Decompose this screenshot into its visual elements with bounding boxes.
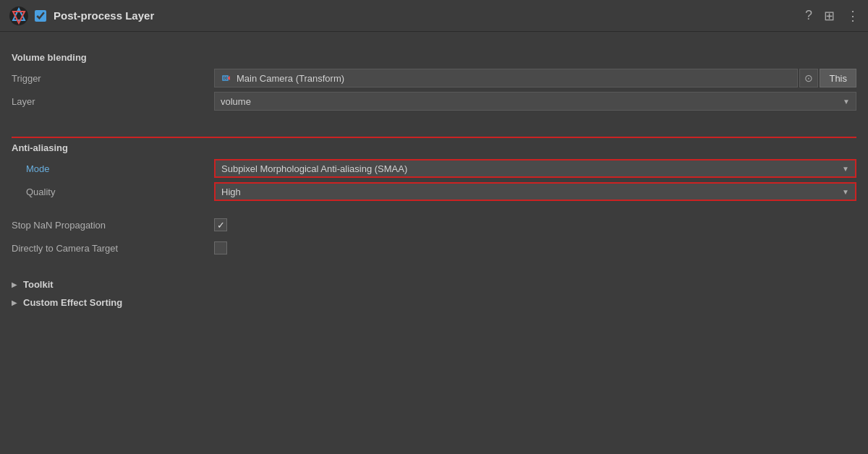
directly-to-camera-checkbox[interactable] (214, 241, 227, 254)
quality-value-container: High ▼ (214, 182, 856, 201)
inspector-content: Volume blending Trigger Main Camera (Tra… (0, 32, 868, 318)
anti-aliasing-section: Anti-aliasing Mode Subpixel Morphologica… (12, 137, 856, 201)
component-enabled-checkbox[interactable] (35, 10, 46, 22)
separator-3 (12, 262, 856, 272)
stop-nan-row: Stop NaN Propagation (12, 215, 856, 234)
inspector-header: Post-process Layer ? ⊞ ⋮ (0, 0, 868, 32)
mode-label: Mode (12, 163, 214, 174)
volume-blending-section-label: Volume blending (12, 52, 856, 63)
layer-dropdown-arrow-icon: ▼ (843, 98, 850, 106)
directly-to-camera-row: Directly to Camera Target (12, 239, 856, 257)
trigger-object-field[interactable]: Main Camera (Transform) (214, 69, 798, 87)
toolkit-label: Toolkit (23, 279, 54, 290)
anti-aliasing-section-label: Anti-aliasing (12, 142, 856, 153)
stop-nan-value-container (214, 218, 856, 231)
trigger-select-button[interactable]: ⊙ (799, 69, 818, 87)
header-icons-group: ? ⊞ ⋮ (805, 8, 859, 24)
custom-effect-sorting-label: Custom Effect Sorting (23, 297, 122, 308)
trigger-row: Trigger Main Camera (Transform) ⊙ This (12, 69, 856, 87)
trigger-field: Main Camera (Transform) ⊙ This (214, 69, 856, 87)
layer-dropdown-text: volume (221, 96, 251, 107)
layout-icon[interactable]: ⊞ (824, 8, 835, 24)
stop-nan-checkbox[interactable] (214, 218, 227, 231)
help-icon[interactable]: ? (805, 8, 812, 23)
mode-dropdown[interactable]: Subpixel Morphological Anti-aliasing (SM… (214, 159, 856, 178)
unity-logo-icon (9, 6, 29, 26)
separator-1 (12, 115, 856, 125)
svg-point-5 (224, 77, 226, 80)
camera-transform-icon (221, 72, 232, 84)
stop-nan-label: Stop NaN Propagation (12, 220, 214, 231)
mode-row: Mode Subpixel Morphological Anti-aliasin… (12, 159, 856, 178)
mode-dropdown-text: Subpixel Morphological Anti-aliasing (SM… (221, 163, 407, 174)
component-title: Post-process Layer (54, 9, 805, 22)
svg-marker-3 (223, 76, 228, 80)
trigger-object-text: Main Camera (Transform) (237, 73, 344, 84)
trigger-label: Trigger (12, 73, 214, 84)
layer-dropdown[interactable]: volume ▼ (214, 92, 856, 111)
layer-row: Layer volume ▼ (12, 92, 856, 111)
mode-value-container: Subpixel Morphological Anti-aliasing (SM… (214, 159, 856, 178)
quality-row: Quality High ▼ (12, 182, 856, 201)
quality-dropdown-text: High (221, 187, 241, 197)
trigger-value-container: Main Camera (Transform) ⊙ This (214, 69, 856, 87)
quality-label: Quality (12, 187, 214, 197)
quality-dropdown[interactable]: High ▼ (214, 182, 856, 201)
toolkit-collapse-icon: ▶ (12, 280, 17, 288)
mode-dropdown-arrow-icon: ▼ (842, 165, 849, 173)
quality-dropdown-arrow-icon: ▼ (842, 188, 849, 196)
trigger-this-button[interactable]: This (820, 69, 856, 87)
separator-2 (12, 205, 856, 215)
custom-effect-collapse-icon: ▶ (12, 299, 17, 307)
menu-icon[interactable]: ⋮ (846, 8, 859, 24)
layer-label: Layer (12, 96, 214, 107)
directly-to-camera-value-container (214, 241, 856, 254)
custom-effect-sorting-section[interactable]: ▶ Custom Effect Sorting (12, 297, 856, 308)
toolkit-section[interactable]: ▶ Toolkit (12, 279, 856, 290)
layer-value-container: volume ▼ (214, 92, 856, 111)
directly-to-camera-label: Directly to Camera Target (12, 243, 214, 254)
